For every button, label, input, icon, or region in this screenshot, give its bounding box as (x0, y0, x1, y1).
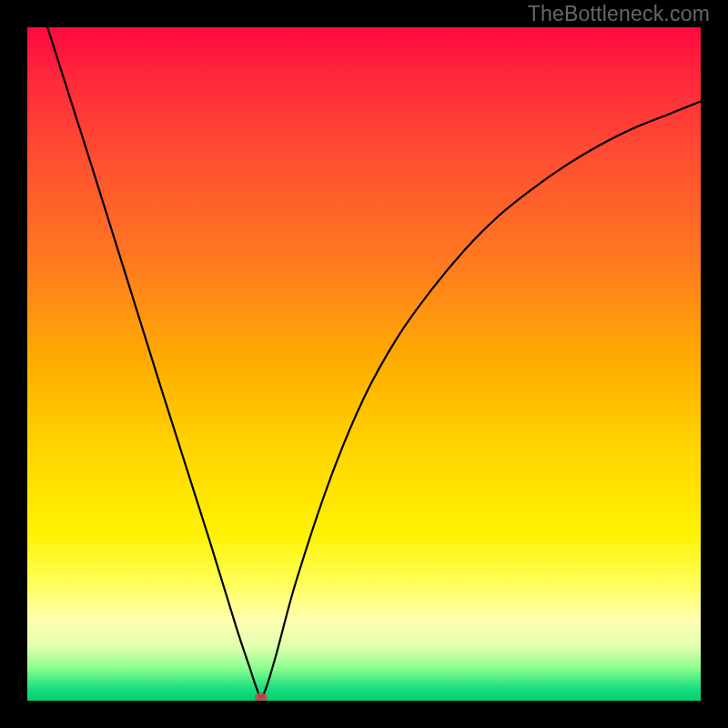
optimal-point-marker (255, 693, 268, 701)
plot-area (27, 27, 701, 701)
watermark-text: TheBottleneck.com (528, 2, 710, 26)
bottleneck-curve (47, 27, 701, 697)
chart-container: TheBottleneck.com (0, 0, 728, 728)
plot-svg (27, 27, 701, 701)
